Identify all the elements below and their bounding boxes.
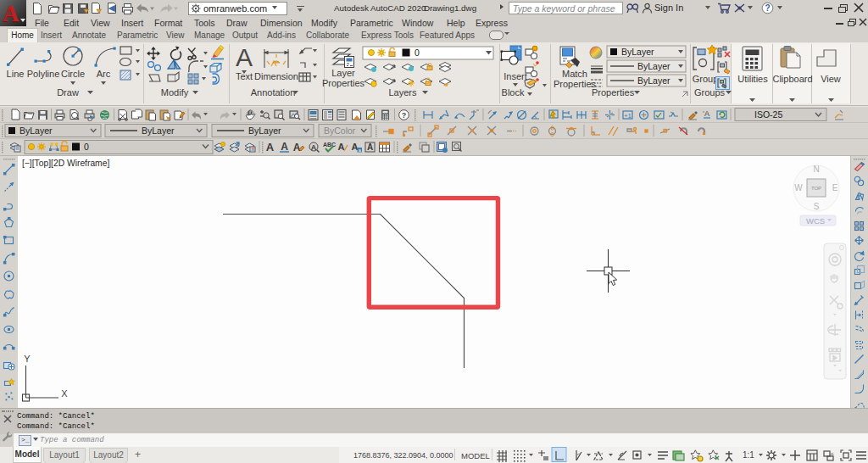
svg-text:X: X <box>61 388 68 399</box>
svg-text:ByLayer: ByLayer <box>637 75 670 86</box>
svg-text:Clipboard: Clipboard <box>772 74 812 84</box>
svg-text:View: View <box>821 74 841 84</box>
svg-text:ABC: ABC <box>323 142 336 148</box>
svg-text:o: o <box>831 451 834 456</box>
svg-text:N: N <box>813 165 819 174</box>
svg-text:+1: +1 <box>624 112 632 120</box>
svg-text:Text: Text <box>236 71 253 81</box>
svg-text:Block: Block <box>502 87 525 98</box>
svg-text:Match: Match <box>562 69 587 79</box>
svg-text:[−][Top][2D Wireframe]: [−][Top][2D Wireframe] <box>22 159 109 168</box>
svg-text:Modify: Modify <box>161 87 189 98</box>
svg-text:ByLayer: ByLayer <box>19 126 53 136</box>
svg-text:Line: Line <box>7 69 25 79</box>
svg-text:Draw: Draw <box>57 87 79 98</box>
svg-text:ByLayer: ByLayer <box>142 126 175 136</box>
svg-text:A: A <box>704 109 709 118</box>
svg-text:Dimension: Dimension <box>254 71 298 81</box>
svg-text:A: A <box>236 43 253 71</box>
svg-text:WCS: WCS <box>806 216 825 226</box>
svg-text:Layer: Layer <box>331 68 355 78</box>
svg-text:A: A <box>266 141 275 153</box>
svg-text:Properties: Properties <box>554 79 597 89</box>
svg-text:Arc: Arc <box>97 69 111 79</box>
svg-text:A: A <box>338 142 345 152</box>
svg-text:?: ? <box>765 3 770 13</box>
svg-text:0: 0 <box>415 47 420 58</box>
svg-text:A: A <box>311 143 317 152</box>
svg-text:TOP: TOP <box>811 186 821 191</box>
svg-text:E: E <box>832 183 838 192</box>
svg-text:Groups: Groups <box>694 87 726 98</box>
svg-text:ByLayer: ByLayer <box>621 47 654 57</box>
svg-text:ISO-25: ISO-25 <box>754 109 782 120</box>
svg-text:W: W <box>794 183 803 192</box>
svg-text:A: A <box>367 142 373 152</box>
svg-text:A: A <box>293 142 301 153</box>
svg-text:0: 0 <box>84 142 89 152</box>
svg-text:Annotation: Annotation <box>251 87 296 98</box>
svg-text:ByColor: ByColor <box>324 126 356 136</box>
svg-text:ByLayer: ByLayer <box>637 61 670 71</box>
svg-text:Group: Group <box>693 74 719 84</box>
svg-text:?: ? <box>402 111 407 120</box>
svg-text:Properties: Properties <box>592 87 635 98</box>
svg-text:Utilities: Utilities <box>737 74 768 84</box>
svg-text:A: A <box>352 142 359 152</box>
svg-text:A: A <box>281 141 288 153</box>
svg-text:1:1: 1:1 <box>743 450 754 460</box>
svg-text:S: S <box>814 202 820 211</box>
svg-text:Layers: Layers <box>388 87 417 98</box>
svg-text:Circle: Circle <box>61 69 85 79</box>
svg-text:Properties: Properties <box>322 78 365 88</box>
svg-text:Polyline: Polyline <box>27 69 60 79</box>
svg-text:Insert: Insert <box>504 71 527 81</box>
svg-text:Y: Y <box>24 354 31 364</box>
svg-text:ByLayer: ByLayer <box>248 126 281 136</box>
